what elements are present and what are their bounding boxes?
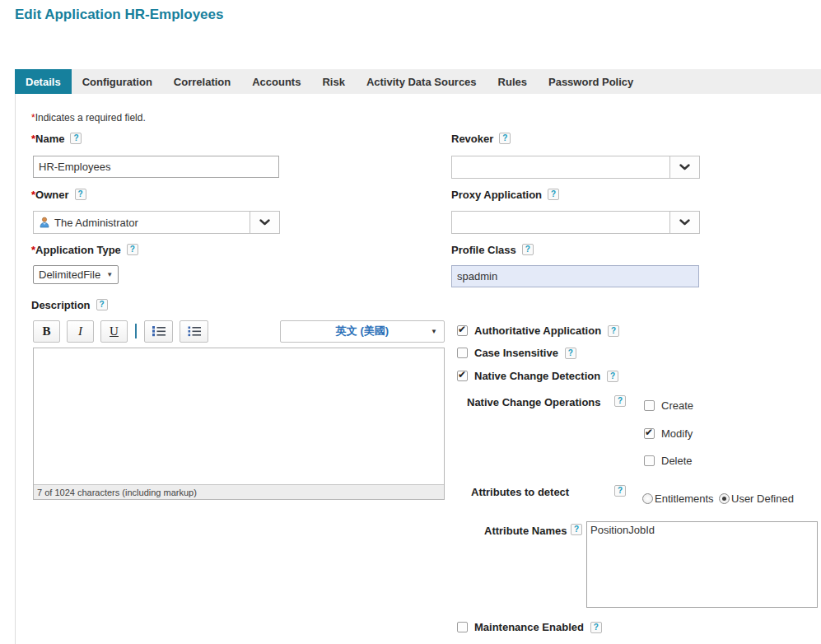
- help-icon[interactable]: ?: [499, 133, 511, 144]
- case-insensitive-label: Case Insensitive: [474, 347, 558, 359]
- tab-activity-data-sources[interactable]: Activity Data Sources: [356, 69, 487, 94]
- person-icon: [39, 217, 50, 228]
- proxy-application-label: Proxy Application: [451, 189, 542, 201]
- name-label-row: *Name ?: [31, 132, 82, 145]
- authoritative-application-label: Authoritative Application: [474, 324, 601, 337]
- bullet-list-icon: [187, 325, 202, 337]
- native-change-delete-row: Delete: [644, 455, 693, 467]
- chevron-down-icon: [679, 219, 690, 226]
- application-type-label-row: *Application Type ?: [31, 243, 138, 256]
- underline-button[interactable]: U: [100, 320, 128, 343]
- description-label: Description: [31, 299, 91, 311]
- entitlements-label: Entitlements: [655, 492, 714, 505]
- help-icon[interactable]: ?: [614, 395, 626, 407]
- owner-label-row: *Owner ?: [31, 188, 86, 201]
- owner-value[interactable]: The Administrator: [34, 212, 250, 233]
- proxy-application-dropdown-button[interactable]: [669, 212, 699, 233]
- authoritative-application-checkbox[interactable]: [457, 325, 468, 336]
- help-icon[interactable]: ?: [96, 299, 108, 310]
- help-icon[interactable]: ?: [608, 325, 619, 337]
- tab-correlation[interactable]: Correlation: [163, 69, 241, 94]
- native-change-operations-label: Native Change Operations: [467, 396, 601, 408]
- italic-button[interactable]: I: [67, 320, 94, 343]
- owner-dropdown-button[interactable]: [250, 212, 279, 233]
- modify-checkbox[interactable]: [644, 428, 655, 439]
- owner-combo: The Administrator: [33, 211, 280, 234]
- help-icon[interactable]: ?: [565, 348, 576, 359]
- maintenance-enabled-row: Maintenance Enabled ?: [457, 621, 602, 633]
- entitlements-radio[interactable]: [642, 493, 653, 504]
- description-editor: 7 of 1024 characters (including markup): [33, 348, 445, 500]
- name-input[interactable]: [33, 156, 279, 178]
- bold-button[interactable]: B: [33, 320, 60, 343]
- proxy-application-value[interactable]: [452, 212, 669, 233]
- maintenance-enabled-checkbox[interactable]: [457, 622, 468, 632]
- owner-label: *Owner: [31, 189, 69, 201]
- revoker-dropdown-button[interactable]: [669, 156, 699, 178]
- tab-password-policy[interactable]: Password Policy: [538, 69, 644, 94]
- edit-application-page: Edit Application HR-Employees Details Co…: [0, 0, 821, 644]
- tab-configuration[interactable]: Configuration: [72, 69, 163, 94]
- toolbar-separator: [135, 324, 137, 338]
- description-editor-toolbar: B I U 英文 (美國) ▼: [33, 320, 445, 343]
- help-icon[interactable]: ?: [548, 189, 559, 200]
- attribute-names-label-row: Attribute Names: [484, 524, 567, 537]
- help-icon[interactable]: ?: [607, 371, 618, 382]
- maintenance-enabled-label: Maintenance Enabled: [474, 621, 584, 633]
- select-caret-icon: ▼: [106, 271, 113, 278]
- description-editor-body[interactable]: [34, 348, 444, 484]
- chevron-down-icon: [259, 219, 270, 226]
- page-title: Edit Application HR-Employees: [15, 7, 223, 23]
- tab-risk[interactable]: Risk: [311, 69, 355, 94]
- profile-class-input[interactable]: [451, 265, 699, 287]
- application-type-label: *Application Type: [31, 244, 121, 256]
- delete-label: Delete: [661, 455, 693, 467]
- ordered-list-button[interactable]: [144, 320, 173, 343]
- case-insensitive-row: Case Insensitive ?: [457, 347, 576, 359]
- required-field-note: *Indicates a required field.: [31, 112, 146, 124]
- chevron-down-icon: [679, 164, 690, 170]
- language-select-button[interactable]: 英文 (美國) ▼: [280, 320, 445, 343]
- name-label: *Name: [31, 133, 64, 145]
- help-icon[interactable]: ?: [614, 485, 626, 497]
- attributes-to-detect-label-row: Attributes to detect: [471, 485, 569, 498]
- native-change-modify-row: Modify: [644, 427, 693, 440]
- modify-label: Modify: [661, 427, 693, 440]
- tab-rules[interactable]: Rules: [487, 69, 538, 94]
- native-change-create-row: Create: [644, 399, 693, 412]
- proxy-application-combo: [451, 211, 700, 234]
- help-icon[interactable]: ?: [522, 244, 534, 255]
- user-defined-label: User Defined: [731, 492, 794, 505]
- profile-class-label-row: Profile Class ?: [451, 243, 534, 256]
- create-checkbox[interactable]: [644, 400, 655, 411]
- bullet-list-button[interactable]: [180, 320, 208, 343]
- revoker-value[interactable]: [452, 156, 669, 178]
- case-insensitive-checkbox[interactable]: [457, 348, 468, 358]
- help-icon[interactable]: ?: [571, 524, 582, 535]
- native-change-detection-checkbox[interactable]: [457, 371, 468, 381]
- application-type-select[interactable]: DelimitedFile ▼: [33, 265, 119, 284]
- create-label: Create: [661, 399, 693, 412]
- profile-class-label: Profile Class: [451, 244, 516, 256]
- description-label-row: Description ?: [31, 298, 108, 311]
- native-change-detection-label: Native Change Detection: [474, 370, 600, 382]
- attribute-names-textarea[interactable]: PositionJobId: [586, 521, 818, 608]
- revoker-combo: [451, 156, 700, 179]
- character-counter: 7 of 1024 characters (including markup): [34, 484, 444, 499]
- native-change-detection-row: Native Change Detection ?: [457, 370, 618, 382]
- help-icon[interactable]: ?: [70, 133, 82, 144]
- revoker-label-row: Revoker ?: [451, 132, 511, 145]
- help-icon[interactable]: ?: [127, 244, 138, 255]
- panel-left-border: [15, 94, 16, 644]
- proxy-application-label-row: Proxy Application ?: [451, 188, 559, 201]
- entitlements-radio-row: Entitlements: [642, 492, 714, 505]
- authoritative-application-row: Authoritative Application ?: [457, 324, 619, 337]
- tab-details[interactable]: Details: [15, 69, 72, 94]
- revoker-label: Revoker: [451, 133, 493, 145]
- help-icon[interactable]: ?: [590, 622, 602, 633]
- tab-accounts[interactable]: Accounts: [241, 69, 311, 94]
- user-defined-radio[interactable]: [719, 493, 730, 504]
- attributes-to-detect-label: Attributes to detect: [471, 486, 569, 498]
- help-icon[interactable]: ?: [75, 189, 86, 200]
- delete-checkbox[interactable]: [644, 455, 655, 466]
